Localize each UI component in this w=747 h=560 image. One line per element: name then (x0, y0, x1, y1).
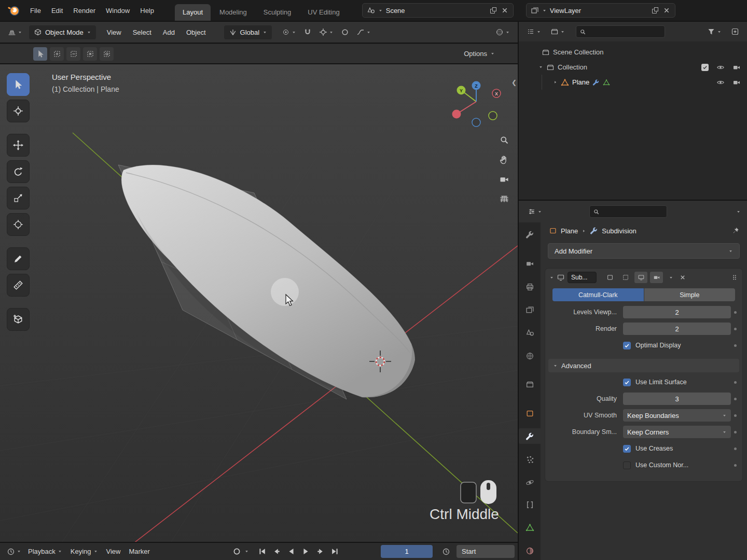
pan-hand-icon[interactable] (499, 155, 509, 165)
outliner-search-input[interactable] (576, 25, 665, 38)
tool-cursor[interactable] (7, 100, 30, 122)
drag-grip-icon[interactable] (731, 274, 738, 281)
catmull-clark-button[interactable]: Catmull-Clark (552, 288, 644, 301)
animate-decorator[interactable] (734, 328, 737, 330)
outliner-editor-type-button[interactable] (524, 25, 544, 38)
jump-to-start-button[interactable] (255, 545, 269, 558)
playback-clock-icon[interactable] (442, 548, 450, 556)
tab-physics[interactable] (519, 474, 541, 490)
modifier-wrench-icon[interactable] (592, 79, 600, 86)
proportional-falloff-button[interactable] (354, 26, 374, 38)
options-dropdown[interactable]: Options (464, 50, 510, 58)
use-limit-surface-checkbox[interactable] (623, 379, 631, 386)
animate-decorator[interactable] (734, 447, 737, 450)
realtime-toggle[interactable] (634, 272, 647, 283)
new-viewlayer-copy-icon[interactable] (651, 6, 659, 15)
gizmo-axis-y[interactable]: Y (457, 86, 466, 95)
use-custom-normals-checkbox[interactable] (623, 461, 631, 469)
tab-scene[interactable] (519, 325, 541, 340)
ortho-grid-icon[interactable] (499, 194, 509, 204)
tab-object[interactable] (519, 405, 541, 421)
jump-to-end-button[interactable] (328, 545, 341, 558)
select-mode-intersect-button[interactable] (100, 47, 114, 61)
tab-output[interactable] (519, 279, 541, 295)
panel-expand-icon[interactable] (549, 275, 554, 280)
tool-add-cube[interactable] (7, 308, 30, 331)
tool-select-box[interactable] (7, 73, 30, 96)
new-scene-copy-icon[interactable] (489, 6, 497, 15)
disclosure-right-icon[interactable] (553, 80, 558, 85)
outliner-row-scene-collection[interactable]: Scene Collection (519, 45, 747, 60)
shading-dropdown[interactable] (493, 26, 513, 38)
uv-smooth-dropdown[interactable]: Keep Boundaries (623, 409, 731, 422)
gizmo-axis-z[interactable]: Z (472, 81, 481, 90)
tab-uv-editing[interactable]: UV Editing (300, 4, 347, 21)
optimal-display-checkbox[interactable] (623, 342, 631, 349)
breadcrumb-object[interactable]: Plane (561, 227, 578, 235)
edit-mode-toggle[interactable] (603, 272, 616, 283)
modifier-extras-chevron[interactable] (669, 275, 673, 280)
tab-particles[interactable] (519, 452, 541, 467)
viewport-canvas[interactable]: User Perspective (1) Collection | Plane … (0, 64, 518, 542)
current-frame-field[interactable]: 1 (381, 545, 433, 558)
hide-eye-icon[interactable] (716, 78, 725, 87)
tab-object-data[interactable] (519, 520, 541, 535)
play-button[interactable] (299, 545, 312, 558)
editor-type-button[interactable] (5, 26, 25, 38)
properties-search-input[interactable] (589, 205, 667, 218)
tool-scale[interactable] (7, 187, 30, 209)
viewlayer-close-icon[interactable] (662, 6, 671, 15)
menu-help[interactable]: Help (135, 4, 159, 17)
menu-render[interactable]: Render (68, 4, 101, 17)
tool-move[interactable] (7, 134, 30, 157)
tab-world[interactable] (519, 348, 541, 363)
mode-dropdown[interactable]: Object Mode (29, 25, 96, 39)
select-mode-extend-button[interactable] (50, 47, 64, 61)
view-menu[interactable]: View (102, 545, 125, 557)
render-visibility-camera-icon[interactable] (732, 78, 741, 87)
tab-render[interactable] (519, 256, 541, 271)
tab-collection[interactable] (519, 376, 541, 392)
tab-view-layer[interactable] (519, 302, 541, 317)
snap-settings-button[interactable] (316, 26, 336, 38)
gizmo-axis-z-neg[interactable] (472, 118, 480, 127)
select-mode-set-button[interactable] (33, 47, 47, 61)
simple-button[interactable]: Simple (644, 288, 736, 301)
tool-transform[interactable] (7, 213, 30, 236)
hide-eye-icon[interactable] (716, 63, 725, 72)
advanced-subpanel-header[interactable]: Advanced (548, 359, 739, 372)
camera-view-icon[interactable] (499, 174, 509, 185)
tab-sculpting[interactable]: Sculpting (256, 4, 299, 21)
animate-decorator[interactable] (734, 381, 737, 384)
properties-editor-type-button[interactable] (525, 205, 545, 218)
frame-start-field[interactable]: Start (457, 545, 515, 558)
disclosure-down-icon[interactable] (538, 65, 543, 69)
keying-menu[interactable]: Keying (66, 545, 102, 557)
render-visibility-camera-icon[interactable] (732, 63, 741, 72)
boundary-smooth-dropdown[interactable]: Keep Corners (623, 426, 731, 438)
tab-constraints[interactable] (519, 497, 541, 512)
timeline-editor-type-button[interactable] (4, 545, 24, 558)
outliner-row-collection[interactable]: Collection (519, 60, 747, 75)
quality-field[interactable]: 3 (623, 393, 731, 405)
use-creases-checkbox[interactable] (623, 445, 631, 453)
cage-toggle[interactable] (619, 272, 632, 283)
proportional-edit-button[interactable] (338, 26, 352, 38)
navigation-gizmo[interactable]: Y Z X (448, 76, 505, 129)
menu-object[interactable]: Object (182, 26, 211, 39)
playback-menu[interactable]: Playback (24, 545, 66, 557)
tab-modeling[interactable]: Modeling (212, 4, 255, 21)
close-icon[interactable] (679, 274, 686, 281)
zoom-icon[interactable] (499, 135, 509, 145)
next-keyframe-button[interactable] (313, 545, 327, 558)
tool-rotate[interactable] (7, 160, 30, 183)
blender-logo[interactable] (7, 4, 21, 17)
menu-edit[interactable]: Edit (46, 4, 68, 17)
tab-material[interactable] (519, 543, 541, 558)
select-mode-invert-button[interactable] (83, 47, 97, 61)
menu-file[interactable]: File (25, 4, 46, 17)
tab-tool[interactable] (519, 227, 541, 242)
pivot-point-button[interactable] (279, 26, 299, 38)
chevron-down-icon[interactable] (244, 549, 249, 554)
outliner-row-plane[interactable]: Plane (519, 75, 747, 90)
